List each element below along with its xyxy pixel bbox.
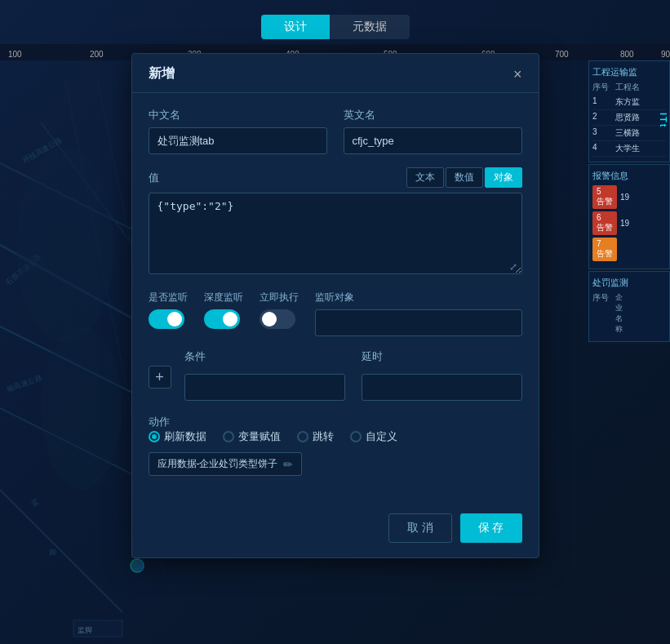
value-section: 值 文本 数值 对象 {"type":"2"} ⤢ — [149, 167, 522, 278]
deep-monitor-label: 深度监听 — [204, 291, 243, 304]
modal-overlay: 新增 × 中文名 英文名 值 文本 — [0, 0, 670, 644]
is-monitor-slider — [149, 309, 184, 329]
modal-title: 新增 — [149, 65, 175, 82]
value-textarea[interactable]: {"type":"2"} — [149, 193, 522, 274]
value-header: 值 文本 数值 对象 — [149, 167, 522, 188]
modal-footer: 取 消 保 存 — [132, 504, 539, 557]
immediate-slider — [260, 309, 295, 329]
type-number-btn[interactable]: 数值 — [446, 167, 483, 188]
radio-custom[interactable]: 自定义 — [350, 429, 397, 444]
is-monitor-label: 是否监听 — [149, 291, 188, 304]
listen-target-input[interactable] — [315, 309, 522, 336]
radio-custom-dot — [350, 431, 362, 442]
condition-row: + 条件 延时 — [149, 349, 522, 401]
radio-custom-label: 自定义 — [366, 429, 397, 444]
is-monitor-group: 是否监听 — [149, 291, 188, 329]
delay-input[interactable] — [362, 374, 522, 401]
deep-monitor-toggle[interactable] — [204, 309, 240, 329]
radio-refresh-dot — [149, 431, 160, 442]
type-text-btn[interactable]: 文本 — [406, 167, 444, 188]
value-textarea-wrapper: {"type":"2"} ⤢ — [149, 193, 522, 278]
immediate-toggle[interactable] — [260, 309, 295, 329]
modal-header: 新增 × — [132, 54, 539, 93]
english-name-label: 英文名 — [344, 108, 522, 122]
condition-label: 条件 — [184, 349, 345, 364]
radio-refresh-label: 刷新数据 — [164, 429, 206, 444]
chinese-name-label: 中文名 — [149, 108, 327, 122]
radio-jump-label: 跳转 — [313, 429, 334, 444]
modal-body: 中文名 英文名 值 文本 数值 对象 — [132, 93, 539, 504]
radio-jump-dot — [297, 431, 308, 442]
action-tag[interactable]: 应用数据-企业处罚类型饼子 ✏ — [149, 452, 302, 476]
toggle-row: 是否监听 深度监听 立即执行 — [149, 291, 522, 336]
deep-monitor-slider — [204, 309, 240, 329]
chinese-name-group: 中文名 — [149, 108, 327, 154]
listen-target-label: 监听对象 — [315, 291, 522, 304]
radio-assign[interactable]: 变量赋值 — [223, 429, 281, 444]
immediate-knob — [262, 312, 277, 326]
value-type-btns: 文本 数值 对象 — [406, 167, 522, 188]
name-row: 中文名 英文名 — [149, 108, 522, 154]
type-object-btn[interactable]: 对象 — [485, 167, 522, 188]
condition-fields: 条件 延时 — [184, 349, 522, 401]
deep-monitor-group: 深度监听 — [204, 291, 243, 329]
immediate-group: 立即执行 — [260, 291, 299, 329]
value-label: 值 — [149, 171, 159, 185]
cancel-button[interactable]: 取 消 — [388, 513, 452, 543]
radio-jump[interactable]: 跳转 — [297, 429, 334, 444]
condition-input[interactable] — [184, 374, 345, 401]
action-label: 动作 — [149, 415, 170, 428]
edit-icon[interactable]: ✏ — [283, 458, 293, 471]
english-name-group: 英文名 — [344, 108, 522, 154]
delay-label: 延时 — [362, 349, 522, 364]
radio-assign-label: 变量赋值 — [238, 429, 281, 444]
english-name-input[interactable] — [344, 127, 522, 154]
action-section: 动作 刷新数据 变量赋值 跳转 — [149, 414, 522, 476]
immediate-label: 立即执行 — [260, 291, 299, 304]
delay-group: 延时 — [362, 349, 522, 401]
radio-assign-dot — [223, 431, 234, 442]
chinese-name-input[interactable] — [149, 127, 327, 154]
save-button[interactable]: 保 存 — [460, 513, 522, 543]
radio-refresh[interactable]: 刷新数据 — [149, 429, 206, 444]
add-condition-btn[interactable]: + — [149, 366, 171, 389]
action-tag-text: 应用数据-企业处罚类型饼子 — [158, 457, 278, 471]
modal-dialog: 新增 × 中文名 英文名 值 文本 — [131, 53, 539, 558]
radio-group: 刷新数据 变量赋值 跳转 自定义 — [149, 429, 522, 444]
is-monitor-toggle[interactable] — [149, 309, 184, 329]
listen-target-group: 监听对象 — [315, 291, 522, 336]
is-monitor-knob — [167, 312, 182, 326]
expand-icon[interactable]: ⤢ — [509, 261, 517, 273]
condition-group: 条件 — [184, 349, 345, 401]
deep-monitor-knob — [223, 312, 237, 326]
modal-close-button[interactable]: × — [513, 67, 522, 82]
